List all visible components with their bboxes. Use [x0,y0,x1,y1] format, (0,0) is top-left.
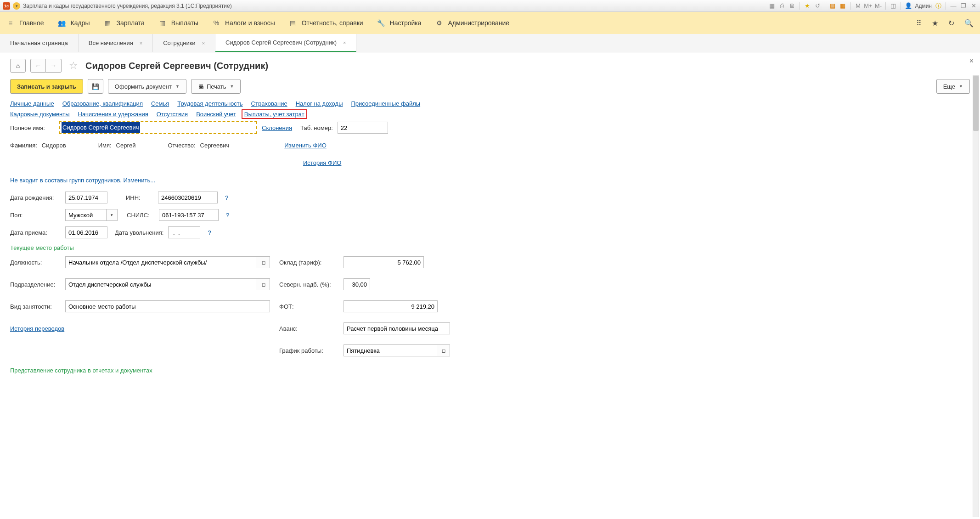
sex-label: Пол: [10,212,61,219]
firstname-value: Сергей [116,142,136,149]
print-button[interactable]: 🖶Печать▼ [191,79,241,94]
close-icon[interactable]: × [343,40,346,45]
link-labor[interactable]: Трудовая деятельность [177,100,242,107]
lastname-label: Фамилия: [10,142,37,149]
back-button[interactable]: ← [30,59,46,73]
schedule-input[interactable] [344,344,437,356]
create-document-button[interactable]: Оформить документ▼ [108,79,186,94]
m-icon[interactable]: M [854,2,862,10]
titlebar-icon-3[interactable]: 🗎 [789,2,796,10]
menu-main[interactable]: ≡Главное [6,19,44,27]
tab-employees[interactable]: Сотрудники× [153,34,215,52]
minimize-icon[interactable]: — [950,2,957,10]
user-name: Админ [915,3,932,9]
help-icon[interactable]: ? [225,194,228,201]
north-input[interactable] [344,278,370,290]
transfers-link[interactable]: История переводов [10,325,64,332]
history2-icon[interactable]: ↻ [948,19,954,28]
menu-nastroika[interactable]: 🔧Настройка [377,19,422,27]
firedate-input[interactable] [168,226,200,238]
titlebar-icon-1[interactable]: ▦ [768,2,776,10]
link-files[interactable]: Присоединенные файлы [351,100,421,107]
vertical-scrollbar[interactable] [973,75,979,517]
help-icon[interactable]: ? [226,212,229,219]
save-button[interactable]: 💾 [88,79,103,94]
menu-vyplaty[interactable]: ▥Выплаты [158,19,198,27]
north-label: Северн. надб. (%): [279,281,339,288]
favorites-icon[interactable]: ★ [932,19,938,28]
apps-icon[interactable]: ⠿ [916,19,922,28]
printer-icon: 🖶 [198,83,204,90]
fot-input[interactable] [344,300,438,312]
m-plus-icon[interactable]: M+ [864,2,872,10]
calc-icon[interactable]: ▤ [829,2,836,10]
position-open-button[interactable]: ◻ [257,256,270,268]
calendar-icon[interactable]: ▦ [839,2,846,10]
chevron-down-icon: ▼ [230,84,234,89]
link-family[interactable]: Семья [151,100,169,107]
search-icon[interactable]: 🔍 [964,19,974,28]
home-button[interactable]: ⌂ [10,59,26,73]
chevron-down-icon: ▼ [959,84,963,89]
panels-icon[interactable]: ◫ [890,2,897,10]
hiredate-input[interactable] [65,226,107,238]
sex-dropdown-button[interactable]: ▾ [107,209,118,221]
groups-link[interactable]: Не входит в составы групп сотрудников. И… [10,177,155,184]
link-personal[interactable]: Личные данные [10,100,54,107]
menu-zarplata[interactable]: ▦Зарплата [103,19,144,27]
link-accruals[interactable]: Начисления и удержания [78,111,148,118]
birthdate-input[interactable] [65,192,107,203]
emptype-input[interactable] [65,300,270,312]
position-input[interactable] [65,256,257,268]
titlebar-icon-2[interactable]: ⎙ [778,2,786,10]
snils-input[interactable] [159,209,219,221]
titlebar-dropdown-icon[interactable]: ▾ [13,2,20,10]
advance-input[interactable] [344,322,450,334]
salary-input[interactable] [344,256,424,268]
fullname-input[interactable]: Сидоров Сергей Сергеевич [60,122,256,133]
link-absences[interactable]: Отсутствия [157,111,188,118]
dept-input[interactable] [65,278,257,290]
tabnum-input[interactable] [338,122,388,134]
link-income-tax[interactable]: Налог на доходы [296,100,343,107]
help-icon[interactable]: ? [208,229,211,236]
dept-label: Подразделение: [10,281,61,288]
star-icon[interactable]: ★ [804,2,811,10]
declensions-link[interactable]: Склонения [262,124,292,131]
menu-nalogi[interactable]: %Налоги и взносы [212,19,275,27]
link-payments-costs[interactable]: Выплаты, учет затрат [244,111,304,118]
open-ref-icon: ◻ [262,282,265,287]
close-icon[interactable]: × [202,40,205,46]
history-icon[interactable]: ↺ [814,2,821,10]
maximize-icon[interactable]: ❐ [960,2,967,10]
info-icon[interactable]: ⓘ [935,2,942,10]
tab-start[interactable]: Начальная страница [0,34,79,52]
schedule-open-button[interactable]: ◻ [437,344,450,356]
sex-select[interactable] [65,209,107,221]
tab-accruals[interactable]: Все начисления× [79,34,153,52]
save-close-button[interactable]: Записать и закрыть [10,79,83,94]
forward-button[interactable]: → [46,59,62,73]
link-education[interactable]: Образование, квалификация [62,100,143,107]
favorite-star-icon[interactable]: ☆ [69,60,78,72]
close-window-icon[interactable]: ✕ [970,2,977,10]
inn-input[interactable] [158,192,218,203]
link-insurance[interactable]: Страхование [251,100,287,107]
change-fio-link[interactable]: Изменить ФИО [284,142,327,149]
chevron-down-icon: ▾ [111,213,113,217]
history-fio-link[interactable]: История ФИО [303,159,341,166]
close-icon[interactable]: × [140,40,142,46]
more-button[interactable]: Еще▼ [936,79,970,94]
scrollbar-thumb[interactable] [973,76,979,131]
menu-kadry[interactable]: 👥Кадры [58,19,90,27]
link-military[interactable]: Воинский учет [196,111,236,118]
dept-open-button[interactable]: ◻ [257,278,270,290]
m-minus-icon[interactable]: M- [874,2,882,10]
tab-employee-card[interactable]: Сидоров Сергей Сергеевич (Сотрудник)× [215,34,356,52]
menu-admin[interactable]: ⚙Администрирование [435,19,510,27]
link-hr-docs[interactable]: Кадровые документы [10,111,70,118]
workplace-section-title: Текущее место работы [10,244,970,251]
close-page-icon[interactable]: × [969,57,974,65]
tabs-bar: Начальная страница Все начисления× Сотру… [0,34,980,52]
menu-otchet[interactable]: ▤Отчетность, справки [289,19,363,27]
